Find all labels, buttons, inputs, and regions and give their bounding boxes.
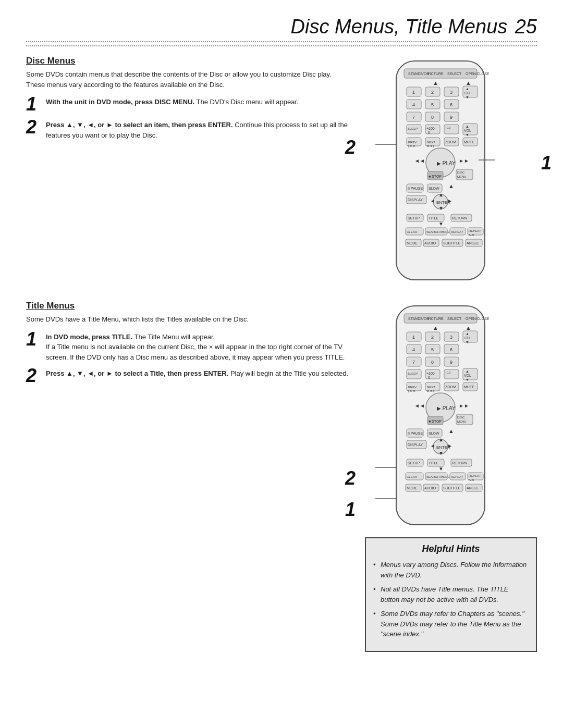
title-step1-bold: In DVD mode, press TITLE. <box>46 333 132 341</box>
svg-text:|◄◄: |◄◄ <box>408 144 415 147</box>
svg-text:►: ► <box>447 443 452 449</box>
svg-text:REPEAT: REPEAT <box>451 475 463 478</box>
helpful-hints-title: Helpful Hints <box>373 544 529 554</box>
svg-text:■ STOP: ■ STOP <box>429 419 442 423</box>
svg-text:NEXT: NEXT <box>427 386 435 389</box>
svg-text:◄◄: ◄◄ <box>414 403 425 409</box>
svg-text:CH: CH <box>464 91 470 95</box>
svg-text:MUTE: MUTE <box>464 385 474 389</box>
remote2-wrapper: 2 1 STANDB/ON PICTURE SELECT OPEN/CLOSE … <box>365 301 537 530</box>
svg-text:REPEAT: REPEAT <box>469 474 481 477</box>
svg-text:▼: ▼ <box>438 450 444 456</box>
svg-text:ANGLE: ANGLE <box>467 486 479 490</box>
svg-text:STANDB/ON: STANDB/ON <box>408 317 429 320</box>
svg-text:◄: ◄ <box>430 443 435 449</box>
svg-text:+10: +10 <box>445 371 451 374</box>
remote1-wrapper: 2 1 STANDB/ON PICTURE SELECT OPEN/CLOSE … <box>365 56 537 285</box>
svg-text:1: 1 <box>412 90 415 95</box>
svg-text:+10: +10 <box>445 126 451 129</box>
disc-menus-step1: 1 With the unit in DVD mode, press DISC … <box>26 97 349 114</box>
svg-text:DISC: DISC <box>457 171 465 174</box>
svg-text:SLOW: SLOW <box>429 431 439 435</box>
svg-text:ZOOM: ZOOM <box>445 385 456 389</box>
svg-text:7: 7 <box>412 360 415 365</box>
svg-text:SETUP: SETUP <box>408 461 420 465</box>
svg-text:SLEEP: SLEEP <box>408 127 418 130</box>
svg-text:5: 5 <box>431 347 434 352</box>
svg-text:ANGLE: ANGLE <box>467 241 479 245</box>
svg-text:8: 8 <box>431 360 434 365</box>
svg-text:▲: ▲ <box>466 332 469 336</box>
step1-number: 1 <box>26 95 41 114</box>
svg-text:▲: ▲ <box>448 428 454 434</box>
svg-text:CLEAR: CLEAR <box>407 230 418 233</box>
page-number: 25 <box>509 16 537 38</box>
svg-text:6: 6 <box>450 102 452 107</box>
title-step1: 1 In DVD mode, press TITLE. The Title Me… <box>26 332 349 363</box>
svg-text:RETURN: RETURN <box>452 216 467 220</box>
svg-text:II PAUSE: II PAUSE <box>408 187 423 190</box>
title-step2-bold: Press ▲, ▼, ◄, or ► to select a Title, t… <box>46 369 228 377</box>
step2-bold: Press ▲, ▼, ◄, or ► to select an item, t… <box>46 121 233 129</box>
disc-menus-title: Disc Menus <box>26 56 349 66</box>
svg-text:4: 4 <box>412 102 415 107</box>
svg-text:▶ PLAY: ▶ PLAY <box>437 405 456 411</box>
svg-text:▲: ▲ <box>466 87 469 91</box>
svg-text:■ STOP: ■ STOP <box>429 175 442 178</box>
svg-text:3: 3 <box>450 335 452 340</box>
title-step2-normal: Play will begin at the Title you selecte… <box>228 369 348 377</box>
hint-item-1: Menus vary among Discs. Follow the infor… <box>373 560 529 580</box>
step2-number: 2 <box>26 118 41 137</box>
svg-text:►►: ►► <box>459 158 469 164</box>
svg-text:+100: +100 <box>426 372 435 375</box>
svg-text:9: 9 <box>450 115 452 120</box>
remote1-container: 2 1 STANDB/ON PICTURE SELECT OPEN/CLOSE … <box>365 56 537 285</box>
remote2-svg: STANDB/ON PICTURE SELECT OPEN/CLOSE ▲ ▲ … <box>365 301 516 530</box>
svg-text:REPEAT: REPEAT <box>469 229 481 232</box>
svg-text:0: 0 <box>428 376 430 379</box>
svg-text:►►: ►► <box>459 403 469 409</box>
svg-text:▼: ▼ <box>438 205 444 211</box>
svg-text:2: 2 <box>431 90 434 95</box>
svg-text:▶ PLAY: ▶ PLAY <box>437 161 456 166</box>
svg-text:MODE: MODE <box>407 241 418 245</box>
svg-text:▼: ▼ <box>438 221 444 227</box>
svg-text:▲: ▲ <box>466 325 471 331</box>
svg-text:AUDIO: AUDIO <box>424 241 436 245</box>
svg-text:MENU: MENU <box>457 420 467 423</box>
svg-text:REPEAT: REPEAT <box>451 230 463 233</box>
svg-text:1: 1 <box>412 335 415 340</box>
svg-text:PICTURE: PICTURE <box>427 72 444 76</box>
svg-text:▼: ▼ <box>466 378 469 381</box>
disc-menus-desc: Some DVDs contain menus that describe th… <box>26 69 349 90</box>
page: Disc Menus, Title Menus 25 Disc Menus So… <box>0 0 563 728</box>
title-menus-text: Title Menus Some DVDs have a Title Menu,… <box>26 301 349 652</box>
svg-text:▲: ▲ <box>438 192 444 198</box>
svg-text:PREV: PREV <box>408 141 417 144</box>
svg-text:TITLE: TITLE <box>429 461 438 465</box>
remote2-and-hints: 2 1 STANDB/ON PICTURE SELECT OPEN/CLOSE … <box>365 301 537 652</box>
hint-item-3: Some DVDs may refer to Chapters as "scen… <box>373 609 529 639</box>
svg-text:DISPLAY: DISPLAY <box>408 198 423 202</box>
svg-text:OPEN/CLOSE: OPEN/CLOSE <box>466 72 489 76</box>
svg-text:►►|: ►►| <box>427 144 434 147</box>
page-header: Disc Menus, Title Menus 25 <box>26 16 537 42</box>
svg-text:SEARCH MODE: SEARCH MODE <box>426 475 450 478</box>
svg-text:9: 9 <box>450 360 452 365</box>
svg-text:3: 3 <box>450 90 452 95</box>
title-step2-number: 2 <box>26 366 41 385</box>
svg-text:▲: ▲ <box>448 183 454 189</box>
svg-text:8: 8 <box>431 115 434 120</box>
svg-text:II PAUSE: II PAUSE <box>408 431 423 435</box>
callout-1-top: 1 <box>541 152 552 174</box>
svg-text:CLEAR: CLEAR <box>407 475 418 478</box>
svg-text:A-B: A-B <box>469 478 474 482</box>
hint-item-2: Not all DVDs have Title menus. The TITLE… <box>373 584 529 604</box>
title-step2-text: Press ▲, ▼, ◄, or ► to select a Title, t… <box>46 368 349 379</box>
svg-text:SLOW: SLOW <box>429 187 439 190</box>
svg-text:STANDB/ON: STANDB/ON <box>408 72 429 76</box>
svg-text:A-B: A-B <box>469 233 474 237</box>
callout-2-top: 2 <box>345 137 356 158</box>
svg-text:▲: ▲ <box>466 125 469 128</box>
svg-text:VOL: VOL <box>464 129 471 132</box>
